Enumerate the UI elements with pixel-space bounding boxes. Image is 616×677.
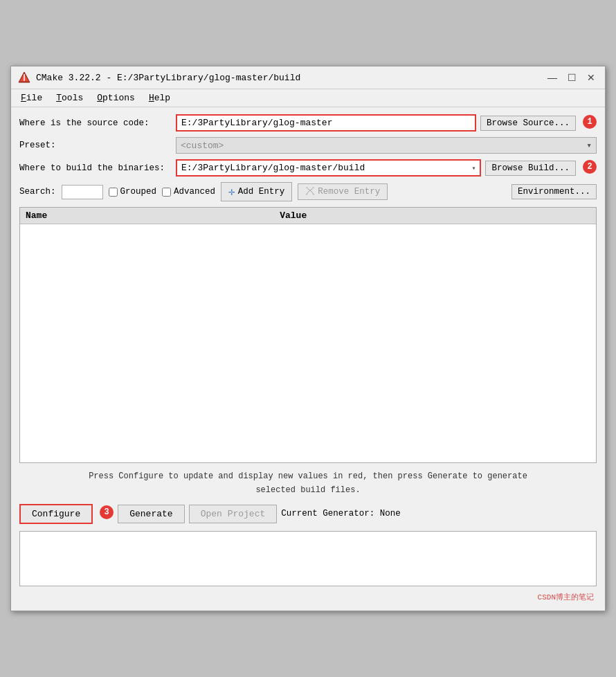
badge-3: 3 xyxy=(100,505,114,519)
current-generator-label: Current Generator: None xyxy=(281,509,401,518)
cmake-icon xyxy=(18,71,30,84)
grouped-label: Grouped xyxy=(120,187,157,197)
main-window: CMake 3.22.2 - E:/3PartyLibrary/glog-mas… xyxy=(10,66,606,611)
remove-entry-button[interactable]: 🞩 Remove Entry xyxy=(298,183,388,200)
preset-label: Preset: xyxy=(19,141,172,150)
menu-file[interactable]: File xyxy=(14,91,49,105)
menu-options[interactable]: Options xyxy=(90,91,142,105)
grouped-checkbox[interactable] xyxy=(109,188,118,197)
window-title: CMake 3.22.2 - E:/3PartyLibrary/glog-mas… xyxy=(36,73,300,83)
info-message: Press Configure to update and display ne… xyxy=(89,471,527,494)
browse-build-button[interactable]: Browse Build... xyxy=(485,161,576,176)
column-name-header: Name xyxy=(26,210,280,221)
bottom-buttons: Configure 3 Generate Open Project Curren… xyxy=(19,504,597,524)
build-select[interactable]: E:/3PartyLibrary/glog-master/build xyxy=(177,161,480,175)
preset-row: Preset: <custom> ▾ xyxy=(19,137,597,154)
badge-2: 2 xyxy=(583,160,597,174)
preset-value: <custom> xyxy=(181,141,224,151)
title-bar: CMake 3.22.2 - E:/3PartyLibrary/glog-mas… xyxy=(11,66,605,89)
minimize-button[interactable]: — xyxy=(545,71,559,84)
advanced-checkbox-label[interactable]: Advanced xyxy=(162,187,215,197)
title-bar-left: CMake 3.22.2 - E:/3PartyLibrary/glog-mas… xyxy=(18,71,300,84)
source-row: Where is the source code: Browse Source.… xyxy=(19,114,597,132)
menu-tools[interactable]: Tools xyxy=(49,91,90,105)
column-value-header: Value xyxy=(280,210,590,221)
title-controls: — ☐ ✕ xyxy=(545,71,598,84)
menu-help[interactable]: Help xyxy=(142,91,177,105)
toolbar-row: Search: Grouped Advanced ✛ Add Entry 🞩 R… xyxy=(19,182,597,201)
preset-arrow-icon: ▾ xyxy=(586,140,592,151)
content-area: Where is the source code: Browse Source.… xyxy=(11,107,605,610)
build-select-wrapper: E:/3PartyLibrary/glog-master/build ▾ xyxy=(176,159,481,177)
advanced-checkbox[interactable] xyxy=(162,188,171,197)
preset-dropdown[interactable]: <custom> ▾ xyxy=(176,137,597,154)
search-label: Search: xyxy=(19,187,56,197)
plus-icon: ✛ xyxy=(228,185,235,199)
info-bar: Press Configure to update and display ne… xyxy=(19,470,597,496)
grouped-checkbox-label[interactable]: Grouped xyxy=(109,187,157,197)
search-input[interactable] xyxy=(62,185,103,199)
table-header: Name Value xyxy=(20,208,596,224)
maximize-button[interactable]: ☐ xyxy=(565,71,579,84)
build-row: Where to build the binaries: E:/3PartyLi… xyxy=(19,159,597,177)
generate-button[interactable]: Generate xyxy=(118,505,184,523)
open-project-button[interactable]: Open Project xyxy=(189,505,278,523)
remove-icon: 🞩 xyxy=(305,186,315,197)
browse-source-button[interactable]: Browse Source... xyxy=(480,116,576,131)
table-body xyxy=(20,224,596,460)
build-label: Where to build the binaries: xyxy=(19,163,172,173)
configure-button[interactable]: Configure xyxy=(19,504,93,524)
badge-1: 1 xyxy=(583,115,597,129)
menu-bar: File Tools Options Help xyxy=(11,89,605,107)
watermark: CSDN博主的笔记 xyxy=(19,590,597,604)
add-entry-button[interactable]: ✛ Add Entry xyxy=(221,182,292,201)
source-label: Where is the source code: xyxy=(19,118,172,128)
environment-button[interactable]: Environment... xyxy=(511,184,597,199)
output-area xyxy=(19,531,597,586)
add-entry-label: Add Entry xyxy=(238,187,285,197)
source-input[interactable] xyxy=(176,114,476,132)
remove-entry-label: Remove Entry xyxy=(318,187,380,197)
close-button[interactable]: ✕ xyxy=(584,71,598,84)
table-area: Name Value xyxy=(19,207,597,463)
advanced-label: Advanced xyxy=(174,187,215,197)
